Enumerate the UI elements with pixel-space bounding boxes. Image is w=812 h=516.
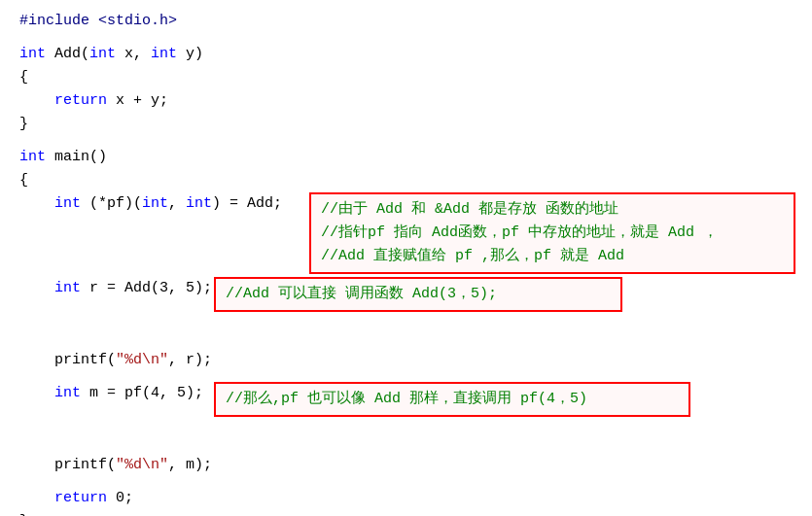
code-line-3: int Add(int x, int y) <box>19 43 793 66</box>
line-6-text: } <box>19 113 28 136</box>
comment-box-3: //那么,pf 也可以像 Add 那样，直接调用 pf(4，5) <box>214 382 690 417</box>
line-17-text: printf("%d\n", m); <box>19 454 212 477</box>
line-5-text: return x + y; <box>19 89 168 113</box>
comment-box-1: //由于 Add 和 &Add 都是存放 函数的地址 //指针pf 指向 Add… <box>309 192 795 274</box>
code-line-13: int r = Add(3, 5); //Add 可以直接 调用函数 Add(3… <box>19 277 793 300</box>
code-line-14: printf("%d\n", r); <box>19 349 793 372</box>
line-3-text: int Add(int x, int y) <box>19 43 203 66</box>
line-20-text: } <box>19 510 28 516</box>
code-line-1: #include <stdio.h> <box>19 10 793 33</box>
line-4-text: { <box>19 66 28 89</box>
comment-box-2: //Add 可以直接 调用函数 Add(3，5); <box>214 277 622 312</box>
comment-box-1-line-2: //指针pf 指向 Add函数，pf 中存放的地址，就是 Add ， <box>321 222 784 245</box>
code-line-19: return 0; <box>19 487 793 510</box>
code-line-4: { <box>19 66 793 89</box>
line-16-text: int m = pf(4, 5); <box>19 382 203 405</box>
code-container: #include <stdio.h> int Add(int x, int y)… <box>0 0 812 516</box>
comment-box-2-line-1: //Add 可以直接 调用函数 Add(3，5); <box>226 283 611 306</box>
code-line-6: } <box>19 113 793 136</box>
comment-box-1-line-3: //Add 直接赋值给 pf ,那么，pf 就是 Add <box>321 245 784 268</box>
include-directive: #include <stdio.h> <box>19 10 177 33</box>
code-line-blank-5 <box>19 477 793 487</box>
line-19-text: return 0; <box>19 487 133 510</box>
code-line-8: int main() <box>19 146 793 169</box>
code-line-16: int m = pf(4, 5); //那么,pf 也可以像 Add 那样，直接… <box>19 382 793 405</box>
comment-box-3-line-1: //那么,pf 也可以像 Add 那样，直接调用 pf(4，5) <box>226 388 679 411</box>
code-line-17: printf("%d\n", m); <box>19 454 793 477</box>
code-line-9: { <box>19 169 793 192</box>
line-13-text: int r = Add(3, 5); <box>19 277 212 300</box>
code-line-10: int (*pf)(int, int) = Add; //由于 Add 和 &A… <box>19 192 793 216</box>
line-10-text: int (*pf)(int, int) = Add; <box>19 192 282 216</box>
code-line-blank-1 <box>19 33 793 43</box>
code-line-5: return x + y; <box>19 89 793 113</box>
line-8-text: int main() <box>19 146 107 169</box>
line-14-text: printf("%d\n", r); <box>19 349 212 372</box>
line-9-text: { <box>19 169 28 192</box>
code-line-blank-2 <box>19 136 793 146</box>
code-line-blank-4 <box>19 372 793 382</box>
code-line-blank-3 <box>19 269 793 277</box>
comment-box-1-line-1: //由于 Add 和 &Add 都是存放 函数的地址 <box>321 198 784 222</box>
code-line-20: } <box>19 510 793 516</box>
